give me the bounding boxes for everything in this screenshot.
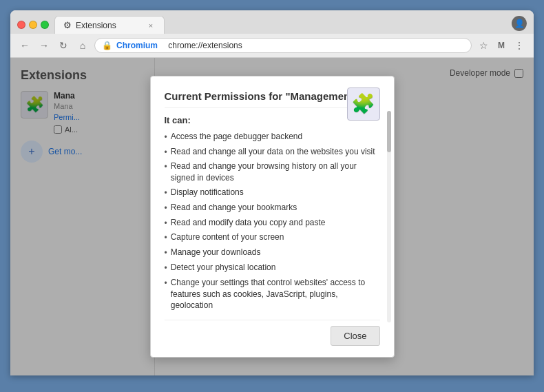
extensions-button[interactable]: M <box>494 38 509 53</box>
permission-item-2: Read and change all your data on the web… <box>165 145 380 160</box>
page-content: risk.com Extensions 🧩 Mana Mana Permi...… <box>10 58 534 375</box>
home-button[interactable]: ⌂ <box>75 38 90 53</box>
reload-button[interactable]: ↻ <box>56 38 71 53</box>
address-bar[interactable]: 🔒 Chromium chrome://extensions <box>94 38 472 53</box>
window-maximize-button[interactable] <box>41 21 49 29</box>
permission-item-7: Capture content of your screen <box>165 230 380 245</box>
address-url <box>162 41 164 50</box>
active-tab[interactable]: ⚙ Extensions × <box>54 16 165 34</box>
permissions-modal: 🧩 Current Permissions for "Management" I… <box>150 76 395 358</box>
profile-icon[interactable]: 👤 <box>512 16 527 31</box>
permission-item-1: Access the page debugger backend <box>165 130 380 145</box>
forward-button[interactable]: → <box>36 38 52 53</box>
modal-overlay: 🧩 Current Permissions for "Management" I… <box>10 58 534 375</box>
permission-item-10: Change your settings that control websit… <box>165 276 380 313</box>
tab-close-button[interactable]: × <box>146 21 156 30</box>
bookmark-button[interactable]: ☆ <box>476 38 491 53</box>
close-button[interactable]: Close <box>331 326 379 346</box>
tab-title: Extensions <box>76 21 116 30</box>
permissions-list: Access the page debugger backend Read an… <box>165 130 380 313</box>
address-full: chrome://extensions <box>168 41 242 50</box>
menu-button[interactable]: ⋮ <box>512 38 527 53</box>
modal-extension-icon: 🧩 <box>347 87 380 121</box>
permission-item-5: Read and change your bookmarks <box>165 200 380 216</box>
back-button[interactable]: ← <box>17 38 32 53</box>
permission-item-8: Manage your downloads <box>165 245 380 260</box>
permission-item-4: Display notifications <box>165 185 380 200</box>
modal-scrollbar-thumb[interactable] <box>387 111 391 152</box>
secure-icon: 🔒 <box>102 41 112 50</box>
window-close-button[interactable] <box>17 21 25 29</box>
browser-toolbar: ← → ↻ ⌂ 🔒 Chromium chrome://extensions ☆… <box>10 34 534 58</box>
permission-item-3: Read and change your browsing history on… <box>165 159 380 185</box>
window-minimize-button[interactable] <box>29 21 37 29</box>
modal-puzzle-icon: 🧩 <box>351 92 375 115</box>
permission-item-6: Read and modify data you copy and paste <box>165 216 380 231</box>
tab-favicon: ⚙ <box>63 20 72 30</box>
address-brand: Chromium <box>116 41 158 50</box>
permission-item-9: Detect your physical location <box>165 260 380 276</box>
modal-footer: Close <box>165 320 380 346</box>
modal-scrollbar[interactable] <box>387 111 391 322</box>
